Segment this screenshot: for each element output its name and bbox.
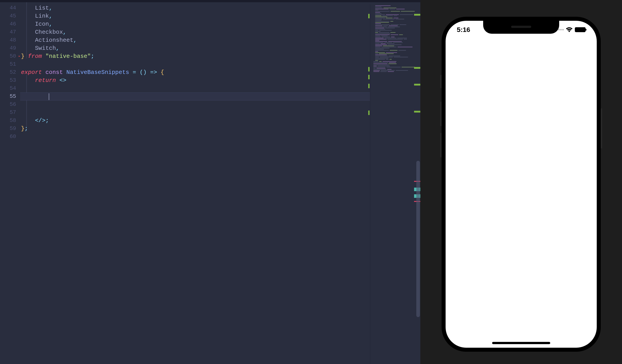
change-marker — [368, 75, 369, 79]
code-line[interactable] — [20, 92, 420, 100]
code-line[interactable] — [20, 84, 420, 92]
text-cursor — [49, 93, 49, 100]
minimap-line — [371, 59, 419, 60]
minimap-line — [371, 61, 419, 62]
code-line[interactable]: Actionsheet, — [20, 36, 420, 44]
line-number: 59 — [0, 125, 20, 133]
code-line[interactable]: Icon, — [20, 20, 420, 28]
minimap-line — [371, 12, 419, 13]
code-line[interactable] — [20, 60, 420, 68]
code-line[interactable]: List, — [20, 4, 420, 12]
minimap-line — [371, 53, 419, 54]
phone-screen[interactable]: 5:16 — [446, 21, 597, 348]
home-indicator[interactable] — [492, 342, 550, 344]
minimap-line — [371, 36, 419, 36]
status-icons — [556, 27, 585, 32]
minimap-line — [371, 62, 419, 63]
minimap-line — [371, 10, 419, 11]
minimap-line — [371, 8, 419, 8]
minimap-line — [371, 68, 419, 69]
code-line[interactable]: ▸} from "native-base"; — [20, 52, 420, 60]
line-number: 57 — [0, 109, 20, 117]
change-marker — [368, 84, 369, 88]
minimap-line — [371, 67, 419, 68]
change-markers — [368, 4, 369, 364]
minimap-line — [371, 13, 419, 14]
simulator-left-border — [420, 0, 425, 364]
minimap-line — [371, 66, 419, 67]
code-content[interactable]: List, Link, Icon, Checkbox, Actionsheet,… — [20, 2, 420, 364]
line-number: 46 — [0, 20, 20, 28]
minimap-line — [371, 28, 419, 29]
minimap-line — [371, 39, 419, 40]
minimap-line — [371, 23, 419, 24]
scroll-marker[interactable] — [414, 84, 420, 86]
change-marker — [368, 110, 369, 115]
minimap-line — [371, 40, 419, 41]
minimap-line — [371, 20, 419, 21]
line-number: 60 — [0, 133, 20, 141]
line-number: 55 — [0, 92, 20, 100]
simulator-pane: 5:16 — [420, 0, 622, 364]
code-line[interactable]: </>; — [20, 117, 420, 125]
minimap-line — [371, 46, 419, 46]
minimap-line — [371, 52, 419, 53]
phone-volume-up — [440, 102, 442, 126]
minimap[interactable] — [370, 4, 420, 364]
code-line[interactable]: Checkbox, — [20, 28, 420, 36]
line-number: 58 — [0, 117, 20, 125]
minimap-line — [371, 27, 419, 27]
code-line[interactable]: return <> — [20, 76, 420, 84]
minimap-line — [371, 21, 419, 22]
line-number: 50 — [0, 52, 20, 60]
minimap-line — [371, 24, 419, 25]
minimap-line — [371, 58, 419, 59]
code-editor-pane: 4445464748495051525354555657585960 List,… — [0, 0, 420, 364]
line-number: 47 — [0, 28, 20, 36]
iphone-simulator-frame: 5:16 — [442, 17, 601, 352]
minimap-line — [371, 22, 419, 23]
code-line[interactable]: export const NativeBaseSnippets = () => … — [20, 68, 420, 76]
minimap-line — [371, 9, 419, 10]
phone-silence-switch — [440, 75, 442, 88]
minimap-line — [371, 42, 419, 43]
minimap-line — [371, 60, 419, 61]
code-line[interactable] — [20, 133, 420, 141]
minimap-line — [371, 31, 419, 32]
line-number: 56 — [0, 100, 20, 109]
minimap-line — [371, 55, 419, 56]
minimap-line — [371, 63, 419, 64]
phone-notch — [483, 21, 559, 34]
scroll-thumb[interactable] — [416, 161, 420, 317]
line-number: 45 — [0, 12, 20, 20]
line-number: 51 — [0, 60, 20, 68]
minimap-line — [371, 41, 419, 42]
code-area[interactable]: 4445464748495051525354555657585960 List,… — [0, 2, 420, 364]
minimap-line — [371, 57, 419, 58]
code-line[interactable] — [20, 100, 420, 109]
wifi-icon — [566, 27, 573, 32]
scroll-marker[interactable] — [414, 67, 420, 69]
scroll-marker[interactable] — [414, 14, 420, 16]
line-number: 49 — [0, 44, 20, 52]
minimap-line — [371, 29, 419, 30]
code-line[interactable]: }; — [20, 125, 420, 133]
status-time: 5:16 — [457, 26, 470, 34]
minimap-line — [371, 69, 419, 70]
minimap-line — [371, 17, 419, 18]
minimap-line — [371, 71, 419, 72]
change-marker — [368, 14, 369, 18]
line-gutter: 4445464748495051525354555657585960 — [0, 2, 20, 364]
code-line[interactable]: Link, — [20, 12, 420, 20]
change-marker — [368, 67, 369, 72]
minimap-content — [370, 4, 420, 73]
editor-tab-bar[interactable] — [0, 0, 420, 2]
minimap-line — [371, 65, 419, 65]
minimap-line — [371, 34, 419, 35]
code-line[interactable] — [20, 109, 420, 117]
fold-indicator-icon[interactable]: ▸ — [18, 52, 20, 60]
code-line[interactable]: Switch, — [20, 44, 420, 52]
minimap-line — [371, 33, 419, 34]
minimap-line — [371, 55, 419, 55]
scroll-marker[interactable] — [414, 111, 420, 112]
